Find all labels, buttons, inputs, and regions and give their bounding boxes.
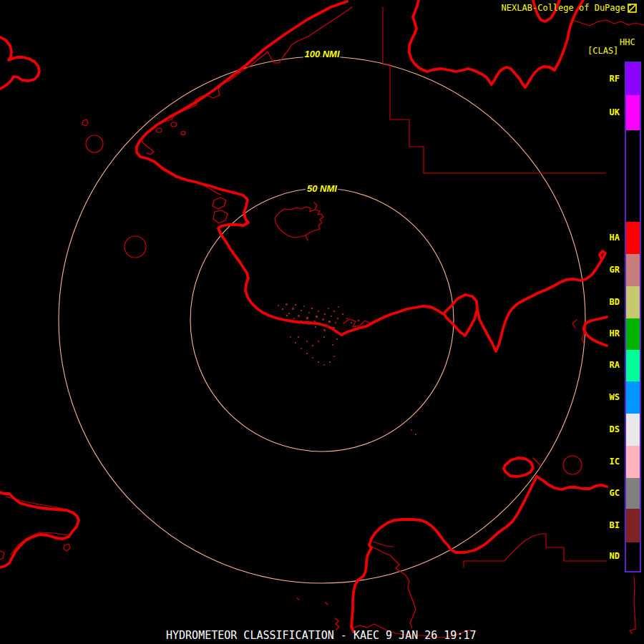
echo-speckle	[318, 341, 319, 342]
product-tag: [CLAS]	[587, 46, 618, 56]
echo-speckle	[303, 306, 305, 307]
echo-speckle	[335, 322, 336, 323]
legend-swatch-ND	[626, 542, 640, 571]
legend-label-BI: BI	[584, 520, 620, 530]
coastline-detail-thin	[0, 7, 644, 638]
radar-map: 100 NMI 50 NMI	[0, 0, 644, 644]
echo-speckle	[312, 345, 313, 346]
echo-speckle	[306, 317, 308, 319]
legend-swatch-GR	[626, 254, 640, 286]
echo-speckle	[320, 323, 322, 326]
echo-speckle	[338, 306, 339, 308]
legend-swatch-HA	[626, 222, 640, 254]
echo-speckle	[282, 308, 283, 310]
legend-label-GC: GC	[584, 488, 620, 498]
echo-speckle	[342, 313, 343, 315]
legend-swatch-IC	[626, 446, 640, 478]
cod-window-icon	[628, 4, 637, 13]
legend-label-GR: GR	[584, 265, 620, 275]
echo-speckle	[286, 303, 288, 306]
header-title: NEXLAB-College of DuPage	[502, 3, 625, 13]
radar-display: 100 NMI 50 NMI NEXLAB-College of DuPage …	[0, 0, 644, 644]
ring-label-50nmi: 50 NMI	[307, 183, 337, 194]
legend-swatch-UK	[626, 95, 640, 130]
echo-speckle	[292, 308, 294, 310]
legend-swatch-DS	[626, 414, 640, 446]
footer-title: HYDROMETEOR CLASSIFICATION - KAEC 9 JAN …	[166, 629, 476, 642]
legend-swatch-BI	[626, 509, 640, 542]
echo-speckle	[323, 364, 325, 366]
lake-outlines	[82, 119, 582, 474]
echo-speckle	[298, 336, 299, 338]
legend-label-HA: HA	[584, 233, 620, 243]
echo-speckle	[301, 321, 302, 322]
echo-speckle	[306, 353, 308, 354]
echo-speckle	[411, 429, 412, 431]
echo-speckle	[333, 311, 335, 312]
range-ring-labels: 100 NMI 50 NMI	[304, 49, 340, 194]
legend-swatch-RF	[626, 63, 640, 95]
echo-speckle	[415, 434, 416, 435]
echo-speckle	[301, 310, 302, 311]
legend-swatch-GC	[626, 478, 640, 509]
header: NEXLAB-College of DuPage	[502, 3, 637, 13]
legend-label-UK: UK	[584, 107, 620, 117]
echo-speckle	[336, 338, 338, 340]
echo-speckle	[355, 326, 356, 327]
echo-speckle	[313, 321, 316, 323]
echo-speckle	[333, 327, 335, 329]
legend-label-BD: BD	[584, 297, 620, 307]
echo-speckle	[324, 313, 326, 315]
legend-label-WS: WS	[584, 392, 620, 402]
echo-speckle	[288, 313, 290, 314]
echo-speckle	[286, 315, 288, 316]
ring-label-100nmi: 100 NMI	[304, 49, 340, 59]
legend-swatch-HR	[626, 318, 640, 350]
echo-speckle	[332, 344, 333, 346]
echo-speckle	[328, 308, 329, 309]
echo-speckle	[293, 318, 295, 319]
echo-speckle	[295, 342, 296, 343]
echo-speckle	[306, 341, 308, 342]
echo-speckle	[323, 329, 326, 331]
legend-bar	[625, 62, 641, 572]
echo-speckle	[318, 311, 319, 312]
echo-speckle	[358, 320, 359, 321]
echo-speckle	[351, 322, 352, 323]
legend-label-DS: DS	[584, 424, 620, 434]
echo-speckle	[337, 318, 338, 319]
product-code: HHC	[620, 37, 635, 47]
echo-speckle	[311, 308, 313, 309]
echo-speckle	[316, 316, 318, 318]
coastline-thick	[0, 0, 607, 632]
echo-speckle	[308, 312, 310, 313]
echo-speckle	[312, 357, 313, 358]
echo-speckle	[278, 305, 279, 306]
legend-label-IC: IC	[584, 457, 620, 467]
echo-speckle	[333, 356, 335, 357]
legend-swatch-RA	[626, 350, 640, 381]
legend-label-RA: RA	[584, 360, 620, 370]
echo-speckle	[323, 336, 325, 338]
legend-label-HR: HR	[584, 328, 620, 338]
echo-speckle	[301, 348, 302, 349]
legend-label-RF: RF	[584, 74, 620, 84]
echo-speckle	[326, 326, 328, 328]
echo-speckle	[328, 321, 331, 323]
echo-speckle	[315, 326, 316, 328]
echo-speckle	[290, 336, 291, 338]
legend-swatch-WS	[626, 381, 640, 414]
echo-speckle	[329, 361, 331, 363]
legend-label-ND: ND	[584, 551, 620, 561]
echo-speckle	[322, 318, 324, 321]
echo-speckle	[298, 315, 300, 317]
echo-speckle	[295, 304, 296, 306]
echo-speckle	[308, 323, 309, 325]
echo-speckle	[318, 361, 319, 363]
echo-speckle	[331, 316, 332, 317]
echo-speckle	[346, 318, 348, 319]
legend-swatch-BD	[626, 286, 640, 318]
